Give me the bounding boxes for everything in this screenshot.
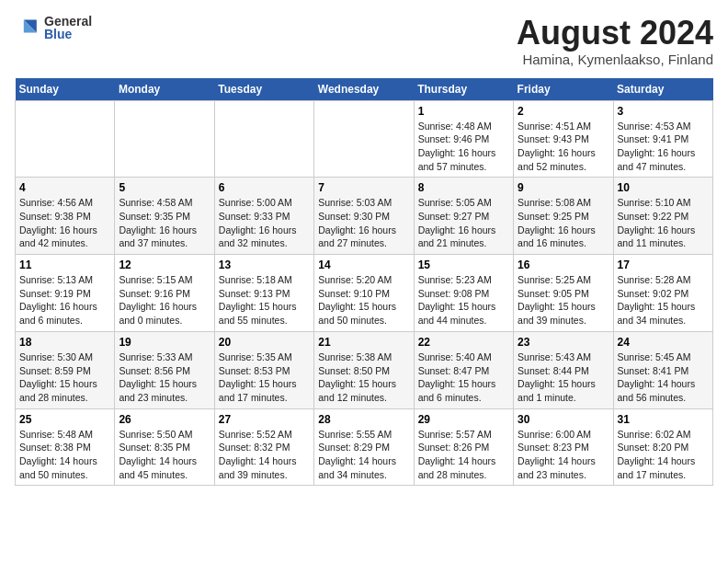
calendar-cell: 21Sunrise: 5:38 AM Sunset: 8:50 PM Dayli… (314, 331, 414, 408)
calendar-cell: 5Sunrise: 4:58 AM Sunset: 9:35 PM Daylig… (115, 178, 214, 255)
calendar-table: SundayMondayTuesdayWednesdayThursdayFrid… (15, 78, 713, 487)
day-number: 1 (418, 105, 509, 118)
day-number: 7 (318, 181, 409, 194)
day-info: Sunrise: 5:57 AM Sunset: 8:26 PM Dayligh… (418, 428, 509, 482)
calendar-header: SundayMondayTuesdayWednesdayThursdayFrid… (16, 78, 713, 101)
day-info: Sunrise: 5:05 AM Sunset: 9:27 PM Dayligh… (418, 196, 509, 250)
day-info: Sunrise: 6:00 AM Sunset: 8:23 PM Dayligh… (518, 428, 609, 482)
calendar-cell: 16Sunrise: 5:25 AM Sunset: 9:05 PM Dayli… (514, 255, 613, 332)
logo-blue-text: Blue (44, 28, 92, 40)
week-row-3: 11Sunrise: 5:13 AM Sunset: 9:19 PM Dayli… (16, 255, 713, 332)
calendar-cell: 28Sunrise: 5:55 AM Sunset: 8:29 PM Dayli… (314, 408, 414, 486)
day-info: Sunrise: 5:52 AM Sunset: 8:32 PM Dayligh… (219, 428, 310, 482)
day-info: Sunrise: 5:43 AM Sunset: 8:44 PM Dayligh… (518, 350, 609, 405)
calendar-cell: 19Sunrise: 5:33 AM Sunset: 8:56 PM Dayli… (115, 331, 214, 408)
calendar-cell: 24Sunrise: 5:45 AM Sunset: 8:41 PM Dayli… (613, 331, 712, 408)
calendar-cell: 6Sunrise: 5:00 AM Sunset: 9:33 PM Daylig… (214, 178, 313, 255)
day-info: Sunrise: 5:08 AM Sunset: 9:25 PM Dayligh… (518, 196, 609, 250)
day-info: Sunrise: 4:53 AM Sunset: 9:41 PM Dayligh… (618, 120, 709, 174)
calendar-cell: 15Sunrise: 5:23 AM Sunset: 9:08 PM Dayli… (414, 255, 513, 332)
weekday-header-thursday: Thursday (414, 78, 513, 101)
calendar-cell: 31Sunrise: 6:02 AM Sunset: 8:20 PM Dayli… (613, 408, 712, 486)
logo: General Blue (15, 15, 92, 40)
weekday-header-saturday: Saturday (613, 78, 712, 101)
day-number: 15 (418, 259, 509, 271)
day-info: Sunrise: 6:02 AM Sunset: 8:20 PM Dayligh… (618, 428, 709, 482)
week-row-4: 18Sunrise: 5:30 AM Sunset: 8:59 PM Dayli… (16, 331, 713, 408)
day-number: 21 (318, 336, 409, 349)
calendar-cell: 8Sunrise: 5:05 AM Sunset: 9:27 PM Daylig… (414, 178, 513, 255)
calendar-cell: 22Sunrise: 5:40 AM Sunset: 8:47 PM Dayli… (414, 331, 513, 408)
day-info: Sunrise: 5:23 AM Sunset: 9:08 PM Dayligh… (418, 273, 509, 327)
day-number: 6 (219, 181, 310, 194)
day-info: Sunrise: 4:58 AM Sunset: 9:35 PM Dayligh… (119, 196, 210, 250)
day-number: 5 (119, 181, 210, 194)
day-number: 10 (618, 181, 709, 194)
calendar-cell (115, 100, 214, 178)
logo-general-text: General (44, 15, 92, 28)
logo-text: General Blue (44, 15, 92, 40)
calendar-cell: 14Sunrise: 5:20 AM Sunset: 9:10 PM Dayli… (314, 255, 414, 332)
day-number: 11 (19, 259, 110, 271)
calendar-cell: 25Sunrise: 5:48 AM Sunset: 8:38 PM Dayli… (16, 408, 115, 486)
calendar-cell: 9Sunrise: 5:08 AM Sunset: 9:25 PM Daylig… (514, 178, 613, 255)
week-row-5: 25Sunrise: 5:48 AM Sunset: 8:38 PM Dayli… (16, 408, 713, 486)
day-number: 2 (518, 105, 609, 118)
weekday-header-row: SundayMondayTuesdayWednesdayThursdayFrid… (16, 78, 713, 101)
day-number: 24 (618, 336, 709, 349)
weekday-header-friday: Friday (514, 78, 613, 101)
day-number: 19 (119, 336, 210, 349)
calendar-cell (16, 100, 115, 178)
weekday-header-sunday: Sunday (16, 78, 115, 101)
day-info: Sunrise: 5:13 AM Sunset: 9:19 PM Dayligh… (19, 273, 110, 327)
day-number: 28 (318, 413, 409, 426)
day-info: Sunrise: 5:40 AM Sunset: 8:47 PM Dayligh… (418, 350, 509, 405)
calendar-cell: 2Sunrise: 4:51 AM Sunset: 9:43 PM Daylig… (514, 100, 613, 178)
week-row-2: 4Sunrise: 4:56 AM Sunset: 9:38 PM Daylig… (16, 178, 713, 255)
day-info: Sunrise: 5:20 AM Sunset: 9:10 PM Dayligh… (318, 273, 409, 327)
logo-icon (15, 15, 40, 40)
calendar-cell: 23Sunrise: 5:43 AM Sunset: 8:44 PM Dayli… (514, 331, 613, 408)
calendar-cell: 12Sunrise: 5:15 AM Sunset: 9:16 PM Dayli… (115, 255, 214, 332)
day-info: Sunrise: 5:50 AM Sunset: 8:35 PM Dayligh… (119, 428, 210, 482)
day-number: 13 (219, 259, 310, 271)
week-row-1: 1Sunrise: 4:48 AM Sunset: 9:46 PM Daylig… (16, 100, 713, 178)
day-info: Sunrise: 5:45 AM Sunset: 8:41 PM Dayligh… (618, 350, 709, 405)
day-number: 16 (518, 259, 609, 271)
day-number: 31 (618, 413, 709, 426)
weekday-header-wednesday: Wednesday (314, 78, 414, 101)
calendar-cell: 3Sunrise: 4:53 AM Sunset: 9:41 PM Daylig… (613, 100, 712, 178)
calendar-cell: 1Sunrise: 4:48 AM Sunset: 9:46 PM Daylig… (414, 100, 513, 178)
day-info: Sunrise: 5:03 AM Sunset: 9:30 PM Dayligh… (318, 196, 409, 250)
calendar-cell: 17Sunrise: 5:28 AM Sunset: 9:02 PM Dayli… (613, 255, 712, 332)
day-info: Sunrise: 5:10 AM Sunset: 9:22 PM Dayligh… (618, 196, 709, 250)
day-info: Sunrise: 4:51 AM Sunset: 9:43 PM Dayligh… (518, 120, 609, 174)
day-info: Sunrise: 5:33 AM Sunset: 8:56 PM Dayligh… (119, 350, 210, 405)
day-number: 8 (418, 181, 509, 194)
calendar-body: 1Sunrise: 4:48 AM Sunset: 9:46 PM Daylig… (16, 100, 713, 486)
calendar-cell: 11Sunrise: 5:13 AM Sunset: 9:19 PM Dayli… (16, 255, 115, 332)
day-info: Sunrise: 5:15 AM Sunset: 9:16 PM Dayligh… (119, 273, 210, 327)
calendar-cell: 7Sunrise: 5:03 AM Sunset: 9:30 PM Daylig… (314, 178, 414, 255)
calendar-cell: 27Sunrise: 5:52 AM Sunset: 8:32 PM Dayli… (214, 408, 313, 486)
day-info: Sunrise: 5:00 AM Sunset: 9:33 PM Dayligh… (219, 196, 310, 250)
day-info: Sunrise: 5:35 AM Sunset: 8:53 PM Dayligh… (219, 350, 310, 405)
day-number: 17 (618, 259, 709, 271)
day-info: Sunrise: 5:25 AM Sunset: 9:05 PM Dayligh… (518, 273, 609, 327)
calendar-cell: 13Sunrise: 5:18 AM Sunset: 9:13 PM Dayli… (214, 255, 313, 332)
day-number: 27 (219, 413, 310, 426)
calendar-title: August 2024 (517, 15, 713, 52)
calendar-cell: 26Sunrise: 5:50 AM Sunset: 8:35 PM Dayli… (115, 408, 214, 486)
day-number: 23 (518, 336, 609, 349)
calendar-cell: 10Sunrise: 5:10 AM Sunset: 9:22 PM Dayli… (613, 178, 712, 255)
day-info: Sunrise: 4:48 AM Sunset: 9:46 PM Dayligh… (418, 120, 509, 174)
day-number: 25 (19, 413, 110, 426)
day-info: Sunrise: 5:28 AM Sunset: 9:02 PM Dayligh… (618, 273, 709, 327)
page-header: General Blue August 2024 Hamina, Kymenla… (15, 15, 713, 67)
title-block: August 2024 Hamina, Kymenlaakso, Finland (517, 15, 713, 67)
calendar-cell: 20Sunrise: 5:35 AM Sunset: 8:53 PM Dayli… (214, 331, 313, 408)
weekday-header-tuesday: Tuesday (214, 78, 313, 101)
day-info: Sunrise: 5:48 AM Sunset: 8:38 PM Dayligh… (19, 428, 110, 482)
calendar-cell: 29Sunrise: 5:57 AM Sunset: 8:26 PM Dayli… (414, 408, 513, 486)
calendar-cell (314, 100, 414, 178)
